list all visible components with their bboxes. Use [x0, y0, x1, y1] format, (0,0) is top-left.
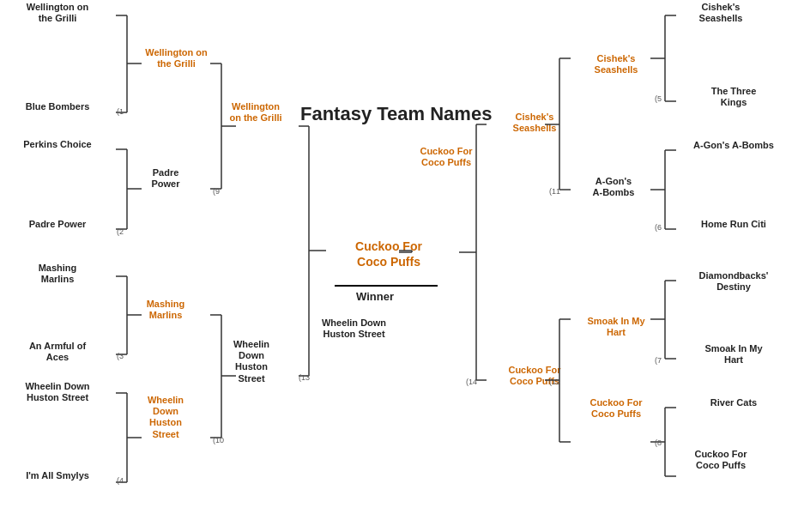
team-r4-1: Cuckoo ForCoco Puffs: [408, 146, 485, 168]
team-r1-8: Cuckoo ForCoco Puffs: [665, 449, 777, 471]
team-l2-1: Wellington onthe Grilli: [127, 47, 226, 70]
team-r1-2: The ThreeKings: [678, 86, 789, 108]
team-l3-2: WheelinDownHustonStreet: [213, 339, 290, 384]
seed-8: (8: [655, 438, 662, 447]
team-l1-2: Blue Bombers: [2, 101, 113, 112]
team-r1-1: Cishek'sSeashells: [665, 2, 777, 24]
team-l2-2: PadrePower: [127, 167, 204, 190]
team-l3-1: Wellingtonon the Grilli: [213, 101, 299, 124]
team-l1-1: Wellington onthe Grilli: [2, 2, 113, 24]
team-l1-7: Wheelin DownHuston Street: [2, 381, 113, 403]
team-l1-5: MashingMarlins: [2, 263, 113, 285]
seed-6: (6: [655, 223, 662, 232]
bracket-container: Fantasy Team Names Cuckoo ForCoco Puffs …: [0, 0, 792, 532]
team-r3-2: Cuckoo ForCoco Puffs: [496, 365, 573, 387]
seed-5: (5: [655, 94, 662, 103]
seed-4: (4: [117, 476, 124, 485]
seed-14: (14: [466, 378, 477, 386]
page-title: Fantasy Team Names: [300, 103, 492, 125]
seed-2: (2: [117, 227, 124, 236]
winner-label: Winner: [356, 290, 394, 303]
team-l2-3: MashingMarlins: [127, 299, 204, 321]
seed-1: (1: [117, 107, 124, 116]
seed-3: (3: [117, 352, 124, 360]
seed-11: (11: [549, 187, 560, 196]
team-l1-6: An Armful ofAces: [2, 341, 113, 363]
team-r1-4: Home Run Citi: [678, 219, 789, 230]
team-r2-4: Cuckoo ForCoco Puffs: [573, 397, 659, 420]
team-r3-1: Cishek'sSeashells: [496, 112, 573, 134]
seed-13: (13: [299, 373, 310, 382]
seed-10: (10: [213, 436, 224, 444]
team-l2-4: WheelinDownHustonStreet: [127, 395, 204, 440]
team-r2-1: Cishek'sSeashells: [573, 53, 659, 76]
team-l1-4: Padre Power: [2, 219, 113, 230]
seed-9: (9: [213, 187, 220, 196]
team-r1-7: River Cats: [678, 397, 789, 408]
seed-12: (12: [549, 378, 560, 386]
team-l1-8: I'm All Smylys: [2, 470, 113, 481]
winner-underline: [335, 285, 438, 287]
seed-7: (7: [655, 356, 662, 365]
team-l4-1: Wheelin DownHuston Street: [305, 317, 403, 340]
team-r1-5: Diamondbacks'Destiny: [678, 270, 789, 293]
team-r2-3: Smoak In MyHart: [573, 316, 659, 338]
team-r1-3: A-Gon's A-Bombs: [678, 140, 789, 151]
team-l1-3: Perkins Choice: [2, 139, 113, 150]
team-r1-6: Smoak In MyHart: [678, 343, 789, 366]
team-r2-2: A-Gon'sA-Bombs: [575, 176, 652, 198]
center-winner: Cuckoo ForCoco Puffs: [333, 239, 444, 269]
